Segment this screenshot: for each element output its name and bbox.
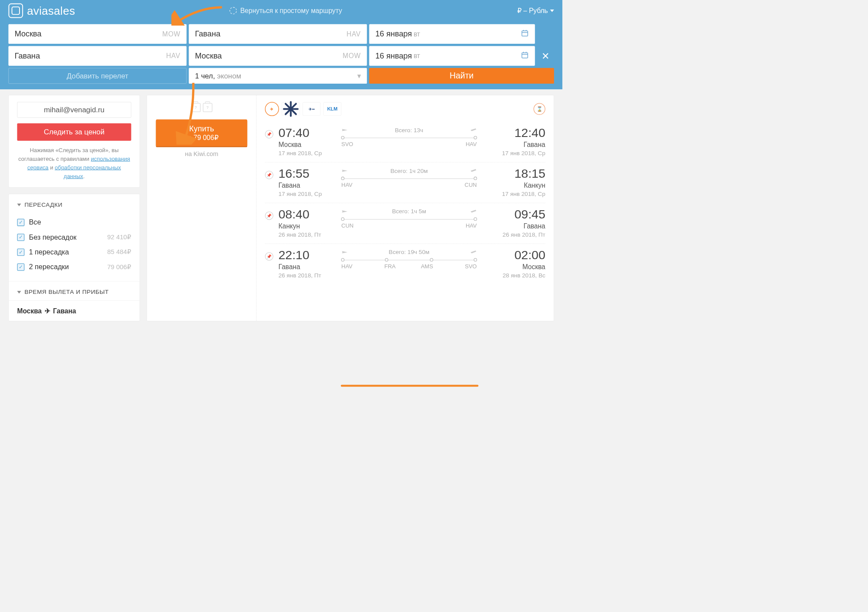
stops-checkbox-row[interactable]: ✓ Без пересадок 92 410₽ bbox=[17, 230, 131, 244]
plane-landing-icon bbox=[470, 208, 477, 216]
destination-field[interactable]: МоскваMOW bbox=[189, 46, 367, 65]
duration-label: Всего: 13ч bbox=[395, 127, 423, 135]
chevron-down-icon bbox=[17, 203, 21, 206]
origin-field[interactable]: МоскваMOW bbox=[8, 24, 186, 44]
departure-city: Москва bbox=[278, 141, 337, 149]
route-track bbox=[341, 260, 476, 260]
duration-label: Всего: 1ч 20м bbox=[390, 167, 427, 176]
pin-icon[interactable]: 📌 bbox=[265, 252, 273, 260]
search-button[interactable]: Найти bbox=[369, 68, 554, 84]
search-button-label: Найти bbox=[450, 71, 473, 81]
terms-link-privacy[interactable]: обработки персональных данных bbox=[55, 164, 121, 179]
email-input[interactable] bbox=[17, 102, 131, 117]
airport-code: SVO bbox=[465, 263, 476, 270]
airport-code: HAV bbox=[466, 222, 477, 229]
plane-takeoff-icon bbox=[341, 127, 348, 135]
annotation-underline bbox=[341, 385, 479, 387]
departure-time: 22:10 bbox=[278, 249, 337, 261]
add-flight-button[interactable]: Добавить перелет bbox=[8, 68, 186, 84]
terms-text: Нажимая «Следить за ценой», вы соглашает… bbox=[17, 146, 131, 180]
checked-bag-icon: ? bbox=[203, 103, 212, 112]
price-alert-card: Следить за ценой Нажимая «Следить за цен… bbox=[8, 95, 140, 188]
arrival-date: 17 янв 2018, Ср bbox=[481, 150, 545, 156]
pin-icon[interactable]: 📌 bbox=[265, 171, 273, 179]
airport-code: HAV bbox=[341, 182, 352, 188]
departure-date: 17 янв 2018, Ср bbox=[278, 150, 337, 156]
watch-price-button[interactable]: Следить за ценой bbox=[17, 123, 131, 140]
add-flight-label: Добавить перелет bbox=[67, 72, 128, 80]
airport-code: CUN bbox=[341, 222, 353, 229]
stops-filter-title: ПЕРЕСАДКИ bbox=[24, 202, 62, 208]
airlines-row: ✈ ✈━ KLM ⌛ bbox=[265, 102, 545, 116]
stops-label: 2 пересадки bbox=[29, 263, 69, 271]
arrival-time: 12:40 bbox=[481, 127, 545, 139]
currency-selector[interactable]: ₽ – Рубль bbox=[517, 7, 554, 15]
plane-icon: ✈ bbox=[45, 307, 50, 315]
airport-code: SVO bbox=[341, 141, 353, 147]
pin-icon[interactable]: 📌 bbox=[265, 130, 273, 138]
route-direction-label: Москва ✈ Гавана bbox=[9, 301, 140, 321]
date-field[interactable]: 16 январявт bbox=[369, 46, 535, 65]
plane-takeoff-icon bbox=[341, 167, 348, 176]
header: aviasales Вернуться к простому маршруту … bbox=[0, 0, 562, 89]
stops-price: 85 484₽ bbox=[107, 248, 131, 256]
route-track bbox=[341, 219, 476, 219]
flight-segment: 📌 07:40 Москва 17 янв 2018, Ср Всего: 13… bbox=[265, 122, 545, 163]
buy-price: за 79 006₽ bbox=[156, 134, 248, 142]
departure-date: 26 янв 2018, Пт bbox=[278, 231, 337, 238]
time-filter-header[interactable]: ВРЕМЯ ВЫЛЕТА И ПРИБЫТ bbox=[9, 281, 140, 300]
back-to-simple-route[interactable]: Вернуться к простому маршруту bbox=[230, 7, 342, 15]
departure-city: Гавана bbox=[278, 182, 337, 189]
plane-takeoff-icon bbox=[341, 249, 348, 257]
arrival-time: 18:15 bbox=[481, 167, 545, 180]
chevron-down-icon: ▾ bbox=[357, 72, 361, 80]
departure-date: 26 янв 2018, Пт bbox=[278, 272, 337, 279]
route-track bbox=[341, 178, 476, 179]
airport-code: HAV bbox=[341, 263, 352, 270]
plane-landing-icon bbox=[470, 167, 477, 176]
calendar-icon bbox=[521, 29, 529, 39]
stops-checkbox-row[interactable]: ✓ Все bbox=[17, 215, 131, 230]
passengers-class: эконом bbox=[217, 72, 241, 80]
brand-logo[interactable]: aviasales bbox=[8, 3, 75, 18]
stops-checkbox-row[interactable]: ✓ 2 пересадки 79 006₽ bbox=[17, 260, 131, 274]
destination-field[interactable]: ГаванаHAV bbox=[189, 24, 367, 44]
arrival-date: 28 янв 2018, Вс bbox=[481, 272, 545, 279]
remove-segment-button[interactable]: ✕ bbox=[537, 46, 554, 65]
calendar-icon bbox=[521, 51, 529, 61]
arrival-city: Канкун bbox=[481, 182, 545, 189]
stops-label: Без пересадок bbox=[29, 233, 77, 241]
stops-price: 92 410₽ bbox=[107, 233, 131, 241]
svg-rect-0 bbox=[522, 31, 528, 36]
date-field[interactable]: 16 январявт bbox=[369, 24, 535, 44]
stops-price: 79 006₽ bbox=[107, 263, 131, 270]
passengers-selector[interactable]: 1 чел, эконом ▾ bbox=[189, 68, 367, 84]
buy-button[interactable]: Купить за 79 006₽ bbox=[156, 119, 248, 146]
arrival-date: 26 янв 2018, Пт bbox=[481, 231, 545, 238]
globe-icon bbox=[230, 7, 237, 14]
plane-takeoff-icon bbox=[341, 208, 348, 216]
airport-code: HAV bbox=[466, 141, 477, 147]
ticket-card: ? ? Купить за 79 006₽ на Kiwi.com ✈ ✈━ K… bbox=[147, 95, 554, 321]
logo-icon bbox=[8, 3, 23, 18]
duration-label: Всего: 19ч 50м bbox=[389, 249, 430, 257]
origin-field[interactable]: ГаванаHAV bbox=[8, 46, 186, 65]
flight-segment: 📌 16:55 Гавана 17 янв 2018, Ср Всего: 1ч… bbox=[265, 163, 545, 203]
currency-label: ₽ – Рубль bbox=[517, 7, 548, 15]
stops-checkbox-row[interactable]: ✓ 1 пересадка 85 484₽ bbox=[17, 244, 131, 259]
departure-time: 16:55 bbox=[278, 167, 337, 180]
baggage-icons: ? ? bbox=[191, 103, 212, 112]
passengers-count: 1 чел, bbox=[195, 72, 215, 80]
checkbox-icon: ✓ bbox=[17, 218, 25, 226]
flight-segment: 📌 08:40 Канкун 26 янв 2018, Пт Всего: 1ч… bbox=[265, 203, 545, 244]
buy-provider: на Kiwi.com bbox=[185, 150, 219, 158]
svg-rect-4 bbox=[522, 52, 528, 58]
arrival-city: Москва bbox=[481, 263, 545, 271]
departure-time: 07:40 bbox=[278, 127, 337, 139]
stops-filter-header[interactable]: ПЕРЕСАДКИ bbox=[9, 194, 140, 213]
airport-code: CUN bbox=[465, 182, 477, 188]
checkbox-icon: ✓ bbox=[17, 248, 25, 256]
departure-city: Канкун bbox=[278, 222, 337, 230]
carry-on-icon: ? bbox=[191, 103, 200, 112]
pin-icon[interactable]: 📌 bbox=[265, 212, 273, 220]
